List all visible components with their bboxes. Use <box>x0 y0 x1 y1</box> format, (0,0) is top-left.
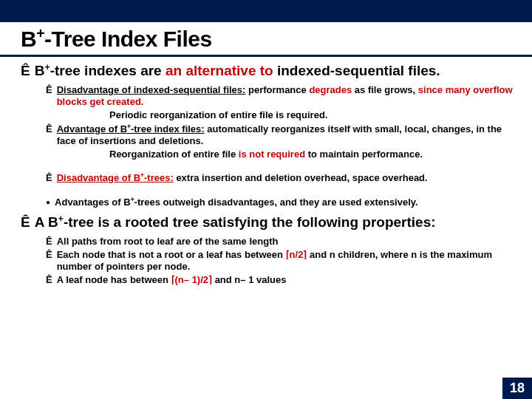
bullet-text: Advantages of B+-trees outweigh disadvan… <box>55 197 418 208</box>
bullet-reorg-not-required: Reorganization of entire file is not req… <box>109 149 517 160</box>
arrow-icon: Ê <box>46 172 52 184</box>
arrow-icon: Ê <box>21 63 30 80</box>
slide-title: B+-Tree Index Files <box>21 27 532 52</box>
property-paths: Ê All paths from root to leaf are of the… <box>46 236 517 248</box>
title-part1: B <box>21 27 36 51</box>
bullet-text: A leaf node has between ⌈(n– 1)/2⌉ and n… <box>57 274 287 286</box>
bullet-text: Advantage of B+-tree index files: automa… <box>57 123 517 148</box>
bullet-disadvantage-isf: Ê Disadvantage of indexed-sequential fil… <box>46 84 517 109</box>
bullet-periodic-reorg: Periodic reorganization of entire file i… <box>109 109 517 121</box>
bullet-outweigh: ● Advantages of B+-trees outweigh disadv… <box>46 197 517 208</box>
bullet-advantage-btree: Ê Advantage of B+-tree index files: auto… <box>46 123 517 148</box>
bullet-rooted-tree: Ê A B+-tree is a rooted tree satisfying … <box>21 214 517 231</box>
arrow-icon: Ê <box>46 123 52 148</box>
content-area: Ê B+-tree indexes are an alternative to … <box>0 57 532 287</box>
bullet-disadvantage-btree: Ê Disadvantage of B+-trees: extra insert… <box>46 172 517 184</box>
arrow-icon: Ê <box>46 249 52 273</box>
arrow-icon: Ê <box>46 236 52 248</box>
bullet-text: All paths from root to leaf are of the s… <box>57 236 279 248</box>
top-bar <box>0 0 532 22</box>
bullet-text: Disadvantage of indexed-sequential files… <box>57 84 517 109</box>
bullet-text: A B+-tree is a rooted tree satisfying th… <box>35 214 436 231</box>
bullet-alternative: Ê B+-tree indexes are an alternative to … <box>21 63 517 80</box>
arrow-icon: Ê <box>46 274 52 286</box>
title-area: B+-Tree Index Files <box>0 22 532 57</box>
bullet-text: Disadvantage of B+-trees: extra insertio… <box>57 172 428 184</box>
arrow-icon: Ê <box>21 214 30 231</box>
bullet-text: B+-tree indexes are an alternative to in… <box>35 63 440 80</box>
bullet-text: Each node that is not a root or a leaf h… <box>57 249 517 273</box>
page-number: 18 <box>502 378 532 399</box>
property-leaf-node: Ê A leaf node has between ⌈(n– 1)/2⌉ and… <box>46 274 517 286</box>
arrow-icon: Ê <box>46 84 52 109</box>
circle-icon: ● <box>46 198 50 208</box>
property-internal-node: Ê Each node that is not a root or a leaf… <box>46 249 517 273</box>
title-sup: + <box>36 25 44 41</box>
title-part2: -Tree Index Files <box>44 27 212 51</box>
